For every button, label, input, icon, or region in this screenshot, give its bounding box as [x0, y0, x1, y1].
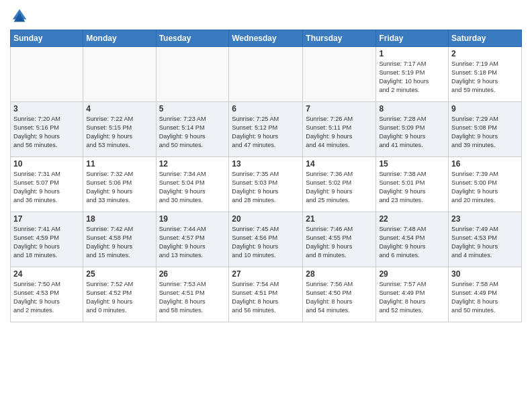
day-number: 3: [13, 104, 80, 113]
day-cell: 2Sunrise: 7:19 AM Sunset: 5:18 PM Daylig…: [449, 47, 522, 102]
day-number: 14: [306, 159, 373, 169]
day-info: Sunrise: 7:20 AM Sunset: 5:16 PM Dayligh…: [13, 115, 80, 150]
day-cell: 26Sunrise: 7:53 AM Sunset: 4:51 PM Dayli…: [156, 267, 229, 322]
day-cell: 13Sunrise: 7:35 AM Sunset: 5:03 PM Dayli…: [229, 157, 303, 212]
day-info: Sunrise: 7:57 AM Sunset: 4:49 PM Dayligh…: [379, 280, 445, 315]
day-info: Sunrise: 7:49 AM Sunset: 4:53 PM Dayligh…: [451, 225, 519, 260]
main-container: SundayMondayTuesdayWednesdayThursdayFrid…: [0, 0, 532, 328]
day-cell: 20Sunrise: 7:45 AM Sunset: 4:56 PM Dayli…: [229, 212, 303, 267]
week-row-5: 24Sunrise: 7:50 AM Sunset: 4:53 PM Dayli…: [11, 267, 522, 322]
day-info: Sunrise: 7:41 AM Sunset: 4:59 PM Dayligh…: [13, 225, 80, 260]
day-info: Sunrise: 7:22 AM Sunset: 5:15 PM Dayligh…: [86, 115, 152, 150]
day-info: Sunrise: 7:36 AM Sunset: 5:02 PM Dayligh…: [306, 170, 373, 205]
day-info: Sunrise: 7:25 AM Sunset: 5:12 PM Dayligh…: [232, 115, 300, 150]
day-info: Sunrise: 7:42 AM Sunset: 4:58 PM Dayligh…: [86, 225, 152, 260]
day-info: Sunrise: 7:26 AM Sunset: 5:11 PM Dayligh…: [306, 115, 373, 150]
week-row-4: 17Sunrise: 7:41 AM Sunset: 4:59 PM Dayli…: [11, 212, 522, 267]
day-number: 28: [306, 269, 373, 279]
day-cell: 29Sunrise: 7:57 AM Sunset: 4:49 PM Dayli…: [376, 267, 449, 322]
weekday-tuesday: Tuesday: [156, 30, 229, 47]
day-cell: [229, 47, 303, 102]
day-info: Sunrise: 7:45 AM Sunset: 4:56 PM Dayligh…: [232, 225, 300, 260]
calendar-body: 1Sunrise: 7:17 AM Sunset: 5:19 PM Daylig…: [11, 47, 522, 322]
day-number: 5: [159, 104, 226, 113]
day-number: 4: [86, 104, 152, 113]
day-number: 19: [159, 214, 226, 224]
day-cell: 4Sunrise: 7:22 AM Sunset: 5:15 PM Daylig…: [83, 102, 156, 157]
day-cell: 23Sunrise: 7:49 AM Sunset: 4:53 PM Dayli…: [449, 212, 522, 267]
day-info: Sunrise: 7:29 AM Sunset: 5:08 PM Dayligh…: [451, 115, 519, 150]
day-number: 18: [86, 214, 152, 224]
day-info: Sunrise: 7:31 AM Sunset: 5:07 PM Dayligh…: [13, 170, 80, 205]
day-number: 12: [159, 159, 226, 169]
day-info: Sunrise: 7:50 AM Sunset: 4:53 PM Dayligh…: [13, 280, 80, 315]
calendar-table: SundayMondayTuesdayWednesdayThursdayFrid…: [10, 30, 522, 322]
logo-icon: [10, 7, 29, 26]
day-cell: 25Sunrise: 7:52 AM Sunset: 4:52 PM Dayli…: [83, 267, 156, 322]
weekday-thursday: Thursday: [303, 30, 376, 47]
day-cell: 10Sunrise: 7:31 AM Sunset: 5:07 PM Dayli…: [11, 157, 83, 212]
day-number: 27: [232, 269, 300, 279]
day-cell: 5Sunrise: 7:23 AM Sunset: 5:14 PM Daylig…: [156, 102, 229, 157]
weekday-sunday: Sunday: [11, 30, 83, 47]
day-cell: 9Sunrise: 7:29 AM Sunset: 5:08 PM Daylig…: [449, 102, 522, 157]
day-number: 16: [451, 159, 519, 169]
day-number: 17: [13, 214, 80, 224]
day-cell: 7Sunrise: 7:26 AM Sunset: 5:11 PM Daylig…: [303, 102, 376, 157]
day-number: 23: [451, 214, 519, 224]
day-number: 1: [379, 49, 445, 58]
day-cell: 3Sunrise: 7:20 AM Sunset: 5:16 PM Daylig…: [11, 102, 83, 157]
day-cell: 14Sunrise: 7:36 AM Sunset: 5:02 PM Dayli…: [303, 157, 376, 212]
day-info: Sunrise: 7:48 AM Sunset: 4:54 PM Dayligh…: [379, 225, 445, 260]
day-number: 11: [86, 159, 152, 169]
day-info: Sunrise: 7:35 AM Sunset: 5:03 PM Dayligh…: [232, 170, 300, 205]
day-cell: 27Sunrise: 7:54 AM Sunset: 4:51 PM Dayli…: [229, 267, 303, 322]
day-number: 9: [451, 104, 519, 113]
day-info: Sunrise: 7:58 AM Sunset: 4:49 PM Dayligh…: [451, 280, 519, 315]
day-info: Sunrise: 7:32 AM Sunset: 5:06 PM Dayligh…: [86, 170, 152, 205]
day-info: Sunrise: 7:39 AM Sunset: 5:00 PM Dayligh…: [451, 170, 519, 205]
day-number: 25: [86, 269, 152, 279]
weekday-saturday: Saturday: [449, 30, 522, 47]
weekday-friday: Friday: [376, 30, 449, 47]
day-cell: 17Sunrise: 7:41 AM Sunset: 4:59 PM Dayli…: [11, 212, 83, 267]
day-info: Sunrise: 7:46 AM Sunset: 4:55 PM Dayligh…: [306, 225, 373, 260]
day-cell: 21Sunrise: 7:46 AM Sunset: 4:55 PM Dayli…: [303, 212, 376, 267]
day-number: 26: [159, 269, 226, 279]
day-info: Sunrise: 7:52 AM Sunset: 4:52 PM Dayligh…: [86, 280, 152, 315]
day-cell: 1Sunrise: 7:17 AM Sunset: 5:19 PM Daylig…: [376, 47, 449, 102]
day-cell: 22Sunrise: 7:48 AM Sunset: 4:54 PM Dayli…: [376, 212, 449, 267]
day-number: 21: [306, 214, 373, 224]
weekday-monday: Monday: [83, 30, 156, 47]
day-cell: 28Sunrise: 7:56 AM Sunset: 4:50 PM Dayli…: [303, 267, 376, 322]
day-cell: 30Sunrise: 7:58 AM Sunset: 4:49 PM Dayli…: [449, 267, 522, 322]
day-cell: [83, 47, 156, 102]
day-number: 20: [232, 214, 300, 224]
logo: [10, 7, 32, 26]
day-cell: [11, 47, 83, 102]
day-number: 6: [232, 104, 300, 113]
day-number: 15: [379, 159, 445, 169]
day-cell: 6Sunrise: 7:25 AM Sunset: 5:12 PM Daylig…: [229, 102, 303, 157]
day-info: Sunrise: 7:54 AM Sunset: 4:51 PM Dayligh…: [232, 280, 300, 315]
day-cell: 11Sunrise: 7:32 AM Sunset: 5:06 PM Dayli…: [83, 157, 156, 212]
week-row-3: 10Sunrise: 7:31 AM Sunset: 5:07 PM Dayli…: [11, 157, 522, 212]
day-info: Sunrise: 7:44 AM Sunset: 4:57 PM Dayligh…: [159, 225, 226, 260]
day-info: Sunrise: 7:17 AM Sunset: 5:19 PM Dayligh…: [379, 60, 445, 95]
week-row-2: 3Sunrise: 7:20 AM Sunset: 5:16 PM Daylig…: [11, 102, 522, 157]
day-number: 10: [13, 159, 80, 169]
day-cell: [156, 47, 229, 102]
day-number: 30: [451, 269, 519, 279]
day-number: 13: [232, 159, 300, 169]
day-number: 2: [451, 49, 519, 58]
day-cell: 15Sunrise: 7:38 AM Sunset: 5:01 PM Dayli…: [376, 157, 449, 212]
weekday-wednesday: Wednesday: [229, 30, 303, 47]
day-info: Sunrise: 7:23 AM Sunset: 5:14 PM Dayligh…: [159, 115, 226, 150]
day-number: 29: [379, 269, 445, 279]
day-number: 8: [379, 104, 445, 113]
day-cell: 24Sunrise: 7:50 AM Sunset: 4:53 PM Dayli…: [11, 267, 83, 322]
day-info: Sunrise: 7:28 AM Sunset: 5:09 PM Dayligh…: [379, 115, 445, 150]
day-info: Sunrise: 7:53 AM Sunset: 4:51 PM Dayligh…: [159, 280, 226, 315]
day-info: Sunrise: 7:19 AM Sunset: 5:18 PM Dayligh…: [451, 60, 519, 95]
day-cell: 19Sunrise: 7:44 AM Sunset: 4:57 PM Dayli…: [156, 212, 229, 267]
